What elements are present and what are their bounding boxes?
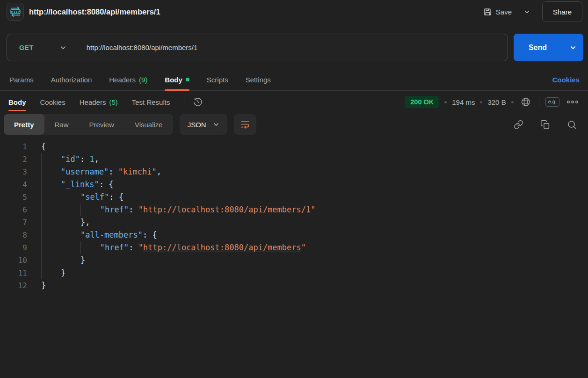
json-token: : bbox=[109, 167, 118, 176]
view-mode-visualize[interactable]: Visualize bbox=[124, 114, 173, 135]
view-mode-segmented-control: PrettyRawPreviewVisualize bbox=[4, 114, 173, 135]
json-token: } bbox=[80, 255, 85, 265]
indent-guide bbox=[61, 229, 80, 241]
view-mode-raw[interactable]: Raw bbox=[44, 114, 79, 135]
text-wrap-icon bbox=[240, 119, 250, 130]
line-content: "href": "http://localhost:8080/api/membe… bbox=[27, 204, 316, 216]
indent-guide bbox=[41, 166, 61, 178]
indent-guide bbox=[61, 254, 80, 267]
chevron-down-icon bbox=[213, 121, 219, 128]
json-token: { bbox=[41, 142, 46, 151]
unsaved-changes-dot bbox=[186, 78, 189, 81]
tab-headers[interactable]: Headers(9) bbox=[109, 69, 147, 90]
save-as-example-button[interactable]: e.g. bbox=[545, 97, 559, 106]
response-tab-body[interactable]: Body bbox=[8, 93, 26, 111]
url-bar: GET bbox=[7, 34, 508, 61]
send-button[interactable]: Send bbox=[514, 34, 562, 61]
status-badge[interactable]: 200 OK bbox=[405, 96, 439, 108]
line-number: 3 bbox=[0, 166, 27, 178]
network-info-button[interactable] bbox=[519, 95, 533, 109]
line-content: "self": { bbox=[27, 191, 123, 204]
response-tab-test-results[interactable]: Test Results bbox=[132, 93, 170, 111]
indent-guide bbox=[41, 191, 61, 204]
send-options-chevron[interactable] bbox=[562, 34, 583, 61]
json-token: " bbox=[311, 205, 315, 214]
search-body-button[interactable] bbox=[565, 118, 579, 131]
response-tab-cookies[interactable]: Cookies bbox=[40, 93, 65, 111]
tab-authorization[interactable]: Authorization bbox=[51, 69, 92, 90]
line-number: 9 bbox=[0, 241, 27, 254]
line-content: "id": 1, bbox=[27, 153, 99, 166]
json-link[interactable]: http://localhost:8080/api/members/1 bbox=[143, 205, 311, 214]
copy-icon bbox=[540, 120, 550, 130]
line-number: 7 bbox=[0, 216, 27, 229]
indent-guide bbox=[41, 267, 61, 279]
indent-guide bbox=[41, 153, 61, 166]
svg-text:HTTP: HTTP bbox=[11, 10, 20, 14]
indent-guide bbox=[41, 229, 61, 241]
cookies-link[interactable]: Cookies bbox=[552, 74, 581, 86]
line-number: 6 bbox=[0, 204, 27, 216]
code-line: 2 "id": 1, bbox=[0, 153, 588, 166]
code-line: 8 "all-members": { bbox=[0, 229, 588, 241]
json-link[interactable]: http://localhost:8080/api/members bbox=[143, 243, 301, 252]
code-line: 6 "href": "http://localhost:8080/api/mem… bbox=[0, 204, 588, 216]
tab-scripts[interactable]: Scripts bbox=[207, 69, 228, 90]
line-number: 1 bbox=[0, 140, 27, 153]
response-toolbar: BodyCookiesHeaders(5)Test Results 200 OK… bbox=[0, 91, 588, 113]
code-line: 1{ bbox=[0, 140, 588, 153]
line-content: "_links": { bbox=[27, 178, 114, 191]
indent-guide bbox=[61, 204, 80, 216]
tab-body[interactable]: Body bbox=[165, 69, 189, 90]
response-more-options-button[interactable] bbox=[565, 98, 581, 106]
json-token: , bbox=[157, 167, 161, 176]
code-line: 7 }, bbox=[0, 216, 588, 229]
response-tab-headers[interactable]: Headers(5) bbox=[80, 93, 118, 111]
tab-settings[interactable]: Settings bbox=[246, 69, 271, 90]
response-history-button[interactable] bbox=[191, 95, 205, 109]
json-token: "_links" bbox=[61, 180, 99, 189]
code-line: 9 "href": "http://localhost:8080/api/mem… bbox=[0, 241, 588, 254]
line-content: } bbox=[27, 267, 65, 279]
response-meta: 200 OK 194 ms 320 B e.g. bbox=[405, 95, 581, 109]
request-url-row: GET Send bbox=[0, 23, 588, 69]
url-input[interactable] bbox=[77, 34, 508, 61]
code-line: 11 } bbox=[0, 267, 588, 279]
view-mode-preview[interactable]: Preview bbox=[79, 114, 124, 135]
tab-label: Body bbox=[165, 76, 182, 84]
indent-guide bbox=[80, 241, 100, 254]
line-content: { bbox=[27, 140, 46, 153]
body-viewer-toolbar: PrettyRawPreviewVisualize JSON bbox=[0, 113, 588, 138]
copy-link-button[interactable] bbox=[512, 118, 525, 131]
response-body-json[interactable]: 1{2 "id": 1,3 "username": "kimchi",4 "_l… bbox=[0, 138, 588, 292]
json-token: , bbox=[94, 154, 99, 164]
language-dropdown[interactable]: JSON bbox=[180, 114, 227, 135]
save-options-chevron[interactable] bbox=[518, 4, 536, 20]
tabs-spacer bbox=[288, 69, 552, 90]
response-size[interactable]: 320 B bbox=[487, 98, 506, 106]
method-dropdown[interactable]: GET bbox=[7, 34, 77, 61]
line-number: 12 bbox=[0, 279, 27, 292]
request-tabs: ParamsAuthorizationHeaders(9)BodyScripts… bbox=[0, 69, 588, 91]
language-label: JSON bbox=[188, 121, 206, 129]
wrap-lines-button[interactable] bbox=[234, 114, 256, 135]
share-button[interactable]: Share bbox=[542, 1, 582, 22]
tab-label: Headers bbox=[80, 98, 106, 106]
json-token: : { bbox=[109, 192, 123, 202]
line-content: "href": "http://localhost:8080/api/membe… bbox=[27, 241, 306, 254]
save-button[interactable]: Save bbox=[480, 4, 515, 20]
json-token: } bbox=[61, 268, 65, 277]
tab-label: Test Results bbox=[132, 98, 170, 106]
tab-params[interactable]: Params bbox=[9, 69, 34, 90]
indent-guide bbox=[41, 216, 61, 229]
line-content: "all-members": { bbox=[27, 229, 157, 241]
json-token: : { bbox=[99, 180, 114, 189]
response-time[interactable]: 194 ms bbox=[452, 98, 475, 106]
json-token: : bbox=[129, 243, 138, 252]
copy-body-button[interactable] bbox=[538, 118, 552, 131]
json-token: "all-members" bbox=[80, 230, 143, 240]
json-token: : { bbox=[143, 230, 157, 240]
view-mode-pretty[interactable]: Pretty bbox=[4, 114, 44, 135]
chevron-down-icon bbox=[570, 44, 576, 51]
line-number: 10 bbox=[0, 254, 27, 267]
